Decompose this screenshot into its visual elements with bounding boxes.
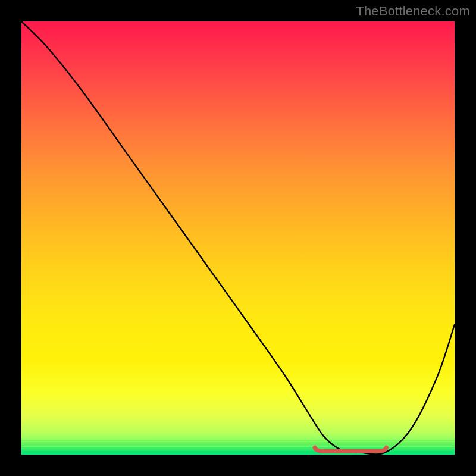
bottleneck-curve-path: [21, 21, 455, 454]
chart-frame: TheBottleneck.com: [0, 0, 476, 476]
watermark-text: TheBottleneck.com: [356, 4, 470, 19]
plot-area: [21, 21, 455, 455]
optimal-range-marker: [315, 447, 387, 451]
bottleneck-curve-svg: [21, 21, 455, 455]
